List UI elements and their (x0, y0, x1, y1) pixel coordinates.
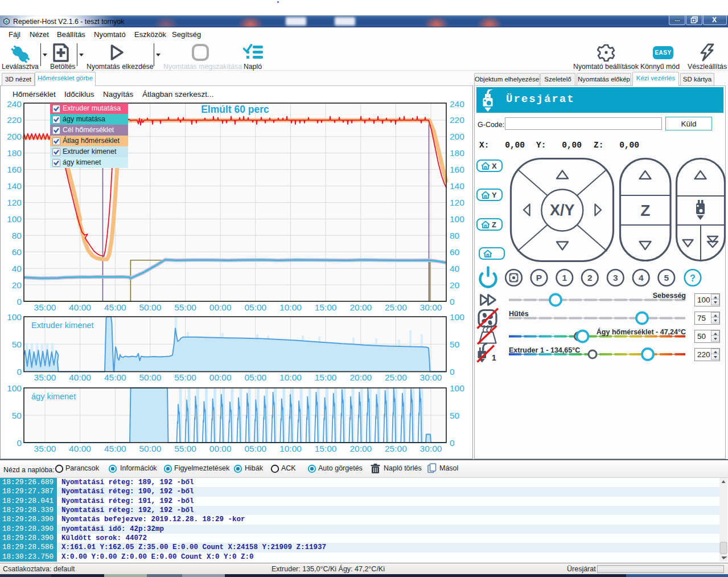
svg-text:0: 0 (450, 297, 455, 306)
svg-text:P: P (536, 273, 542, 283)
svg-text:25:00: 25:00 (385, 373, 407, 382)
svg-text:25:00: 25:00 (385, 444, 407, 453)
svg-text:220: 220 (450, 115, 464, 125)
svg-text:Elmúlt 60 perc: Elmúlt 60 perc (201, 104, 269, 115)
svg-text:45:00: 45:00 (104, 444, 126, 453)
svg-text:100: 100 (450, 383, 464, 393)
svg-text:180: 180 (450, 148, 464, 158)
svg-text:60: 60 (450, 247, 460, 257)
svg-text:220: 220 (7, 115, 22, 125)
svg-text:20:00: 20:00 (349, 373, 372, 382)
svg-text:55:00: 55:00 (174, 444, 196, 453)
svg-text:30:00: 30:00 (420, 444, 442, 453)
svg-text:45:00: 45:00 (104, 373, 126, 382)
svg-text:50:00: 50:00 (139, 444, 162, 453)
svg-text:0: 0 (17, 438, 22, 448)
svg-text:50:00: 50:00 (139, 302, 162, 312)
svg-text:3: 3 (613, 273, 618, 283)
svg-text:5: 5 (664, 273, 669, 283)
svg-text:120: 120 (450, 198, 464, 207)
svg-text:240: 240 (450, 99, 464, 109)
svg-text:55:00: 55:00 (174, 302, 196, 312)
svg-text:50: 50 (12, 339, 22, 349)
svg-text:80: 80 (12, 231, 22, 240)
svg-text:1: 1 (492, 353, 496, 362)
svg-text:80: 80 (450, 231, 460, 240)
svg-text:160: 160 (7, 165, 22, 174)
svg-text:ágy kimenet: ágy kimenet (31, 392, 76, 401)
svg-text:0: 0 (450, 367, 455, 377)
svg-text:100: 100 (450, 214, 464, 224)
svg-text:50:00: 50:00 (139, 373, 162, 382)
svg-text:05:00: 05:00 (244, 444, 266, 453)
svg-text:35:00: 35:00 (34, 373, 56, 382)
svg-text:120: 120 (7, 198, 22, 207)
svg-text:40:00: 40:00 (69, 444, 91, 453)
svg-text:2: 2 (587, 273, 593, 283)
svg-text:05:00: 05:00 (244, 302, 266, 312)
svg-text:35:00: 35:00 (34, 444, 56, 453)
svg-text:60: 60 (12, 247, 22, 257)
svg-text:Z: Z (492, 220, 496, 229)
svg-text:15:00: 15:00 (315, 302, 337, 312)
svg-text:200: 200 (450, 132, 464, 141)
svg-text:Z: Z (640, 202, 650, 219)
svg-text:50: 50 (12, 411, 22, 420)
svg-text:00:00: 00:00 (209, 444, 232, 453)
svg-text:40: 40 (12, 264, 22, 273)
svg-text:10:00: 10:00 (279, 444, 302, 453)
svg-text:0: 0 (17, 367, 22, 377)
svg-text:180: 180 (7, 148, 22, 158)
svg-text:50: 50 (450, 411, 460, 420)
svg-text:20: 20 (12, 280, 22, 290)
svg-text:40: 40 (450, 264, 460, 273)
svg-text:40:00: 40:00 (69, 302, 91, 312)
svg-text:20: 20 (450, 280, 460, 290)
svg-text:100: 100 (450, 312, 464, 322)
svg-text:0: 0 (450, 438, 455, 448)
svg-text:240: 240 (7, 99, 22, 109)
svg-text:20:00: 20:00 (349, 302, 372, 312)
svg-text:140: 140 (450, 181, 464, 191)
svg-text:10:00: 10:00 (279, 302, 302, 312)
svg-text:30:00: 30:00 (420, 373, 442, 382)
svg-text:100: 100 (7, 214, 22, 224)
svg-text:15:00: 15:00 (315, 444, 337, 453)
svg-text:100: 100 (7, 312, 22, 322)
svg-text:?: ? (690, 273, 696, 283)
svg-text:0: 0 (17, 297, 22, 306)
svg-text:35:00: 35:00 (34, 302, 56, 312)
svg-text:160: 160 (450, 165, 464, 174)
svg-text:55:00: 55:00 (174, 373, 196, 382)
svg-text:30:00: 30:00 (420, 302, 442, 312)
svg-text:200: 200 (7, 132, 22, 141)
svg-text:00:00: 00:00 (209, 302, 232, 312)
svg-text:Y: Y (492, 191, 497, 199)
svg-text:X: X (492, 162, 497, 170)
svg-text:25:00: 25:00 (385, 302, 407, 312)
svg-text:100: 100 (7, 383, 22, 393)
svg-text:00:00: 00:00 (209, 373, 232, 382)
svg-text:05:00: 05:00 (244, 373, 266, 382)
svg-text:50: 50 (450, 339, 460, 349)
svg-text:X/Y: X/Y (550, 202, 575, 219)
svg-text:15:00: 15:00 (315, 373, 337, 382)
svg-text:45:00: 45:00 (104, 302, 126, 312)
svg-text:4: 4 (639, 273, 644, 283)
svg-text:40:00: 40:00 (69, 373, 91, 382)
svg-text:1: 1 (562, 273, 567, 283)
svg-text:Extruder kimenet: Extruder kimenet (31, 321, 94, 330)
svg-text:10:00: 10:00 (279, 373, 302, 382)
svg-text:140: 140 (7, 181, 22, 191)
svg-text:20:00: 20:00 (349, 444, 372, 453)
